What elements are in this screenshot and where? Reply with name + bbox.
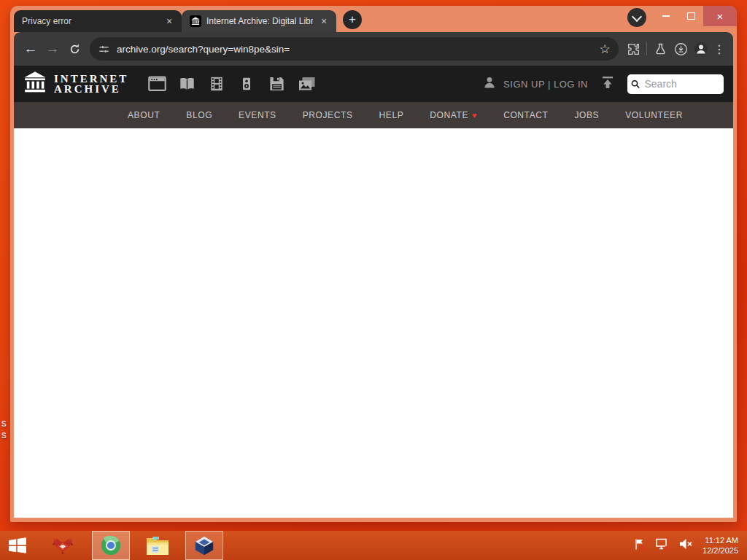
puzzle-icon: [627, 43, 640, 55]
address-bar[interactable]: archive.org/search?query=win8pe&sin= ☆: [90, 37, 619, 61]
red-app-icon: [50, 535, 75, 556]
new-tab-button[interactable]: +: [343, 10, 362, 29]
nav-about[interactable]: ABOUT: [115, 110, 173, 120]
reload-button[interactable]: [63, 38, 85, 60]
video-icon[interactable]: [207, 75, 226, 93]
avatar-icon: [694, 42, 708, 56]
tab-strip: Privacy error × Internet Archive: Digita…: [14, 6, 733, 32]
windows-logo-icon: [8, 537, 27, 554]
downloads-button[interactable]: [670, 38, 691, 60]
signup-login-link[interactable]: SIGN UP | LOG IN: [503, 79, 588, 90]
internet-archive-header: INTERNET ARCHIVE: [14, 66, 733, 102]
start-button[interactable]: [0, 531, 35, 560]
nav-help[interactable]: HELP: [366, 110, 417, 120]
network-disconnected-icon[interactable]: [656, 538, 670, 553]
internet-archive-nav: ABOUT BLOG EVENTS PROJECTS HELP DONATE♥ …: [14, 102, 733, 128]
action-center-flag-icon[interactable]: [634, 538, 646, 553]
browser-toolbar: ← → archive.org/search?query=win8pe&sin=…: [14, 32, 733, 66]
taskbar-virtualbox-button[interactable]: [185, 531, 223, 560]
internet-archive-wordmark[interactable]: INTERNET ARCHIVE: [54, 74, 128, 94]
search-icon: [631, 79, 640, 90]
tab-privacy-error[interactable]: Privacy error ×: [14, 10, 182, 32]
extensions-button[interactable]: [623, 38, 643, 60]
maximize-button[interactable]: [678, 6, 703, 26]
download-icon: [674, 42, 688, 56]
forward-button[interactable]: →: [42, 38, 63, 60]
images-icon[interactable]: [297, 75, 316, 93]
site-search[interactable]: [627, 74, 724, 94]
chevron-down-icon: [632, 11, 642, 21]
heart-icon: ♥: [472, 111, 477, 120]
nav-projects[interactable]: PROJECTS: [290, 110, 366, 120]
file-explorer-icon: [146, 536, 169, 556]
internet-archive-logo-icon[interactable]: [23, 71, 47, 97]
upload-icon[interactable]: [600, 75, 615, 93]
blank-page-body: [14, 128, 733, 518]
volume-muted-icon[interactable]: [679, 538, 693, 553]
labs-button[interactable]: [650, 38, 670, 60]
taskbar-file-explorer-button[interactable]: [139, 531, 177, 560]
person-icon: [482, 75, 497, 93]
toolbar-divider: [646, 42, 647, 55]
audio-icon[interactable]: [237, 75, 256, 93]
nav-events[interactable]: EVENTS: [225, 110, 290, 120]
software-icon[interactable]: [267, 75, 286, 93]
flask-icon: [654, 43, 667, 55]
taskbar: 11:12 AM 12/2/2025: [0, 531, 747, 560]
nav-blog[interactable]: BLOG: [173, 110, 225, 120]
site-info-icon[interactable]: [98, 44, 109, 55]
clock-time: 11:12 AM: [703, 535, 738, 545]
web-icon[interactable]: [147, 75, 166, 93]
tab-internet-archive[interactable]: Internet Archive: Digital Library ×: [182, 10, 336, 32]
close-tab-icon[interactable]: ×: [317, 15, 330, 28]
nav-donate[interactable]: DONATE♥: [417, 110, 490, 120]
texts-icon[interactable]: [177, 75, 196, 93]
close-tab-icon[interactable]: ×: [163, 15, 176, 28]
taskbar-clock[interactable]: 11:12 AM 12/2/2025: [703, 535, 738, 556]
maximize-icon: [687, 12, 695, 20]
minimize-icon: [662, 15, 670, 17]
nav-jobs[interactable]: JOBS: [561, 110, 612, 120]
nav-volunteer[interactable]: VOLUNTEER: [612, 110, 696, 120]
taskbar-chromium-button[interactable]: [92, 531, 130, 560]
nav-contact[interactable]: CONTACT: [490, 110, 561, 120]
internet-archive-favicon: [190, 15, 201, 27]
page-content: INTERNET ARCHIVE: [14, 66, 733, 518]
minimize-button[interactable]: [654, 6, 678, 26]
tab-title: Privacy error: [22, 16, 158, 26]
url-text[interactable]: archive.org/search?query=win8pe&sin=: [117, 44, 595, 55]
media-type-icons: [147, 75, 316, 93]
tab-search-button[interactable]: [627, 8, 646, 27]
desktop-icon-label-partial: S: [1, 420, 7, 428]
system-tray: 11:12 AM 12/2/2025: [634, 531, 747, 560]
profile-button[interactable]: [691, 38, 711, 60]
clock-date: 12/2/2025: [703, 545, 738, 556]
bookmark-star-icon[interactable]: ☆: [595, 42, 614, 57]
browser-window: Privacy error × Internet Archive: Digita…: [10, 6, 737, 522]
close-window-button[interactable]: ×: [703, 6, 737, 26]
virtualbox-icon: [193, 535, 215, 556]
back-button[interactable]: ←: [20, 38, 42, 60]
taskbar-red-app-button[interactable]: [44, 531, 82, 560]
search-input[interactable]: [643, 77, 720, 90]
menu-button[interactable]: ⋮: [711, 42, 727, 56]
desktop-icon-label-partial: S: [1, 432, 7, 440]
reload-icon: [69, 43, 81, 55]
tab-title: Internet Archive: Digital Library: [206, 16, 313, 26]
chromium-icon: [100, 534, 122, 556]
